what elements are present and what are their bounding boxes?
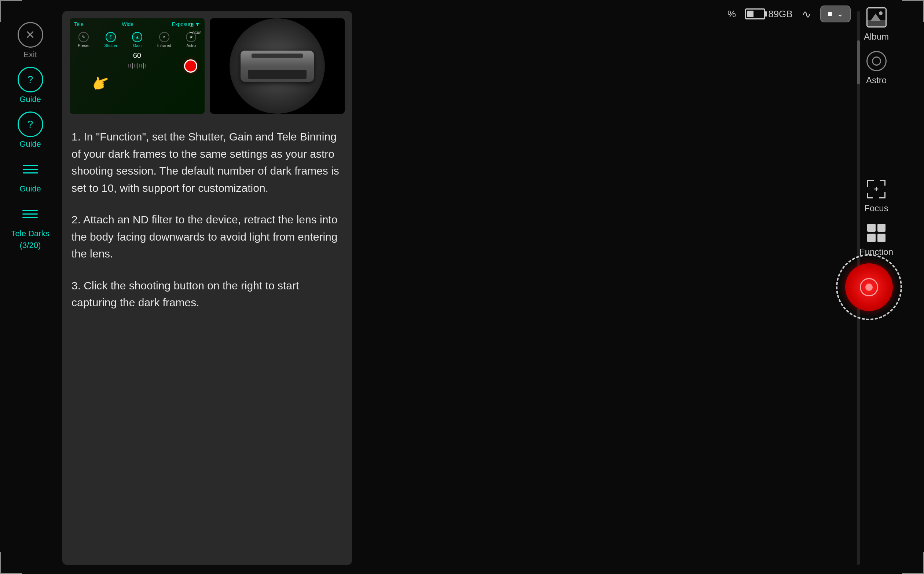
function-cell xyxy=(877,233,886,242)
exit-label: Exit xyxy=(24,50,37,60)
guide-label-3: Guide xyxy=(19,184,41,194)
focus-plus-icon xyxy=(874,186,879,192)
device-photo-mockup xyxy=(210,18,345,114)
scale-tick-major xyxy=(137,63,138,69)
corner-bracket-tr xyxy=(902,0,924,22)
device-photo-screenshot xyxy=(210,18,345,114)
astro-icon xyxy=(866,51,886,71)
shutter-item: ⏱ Shutter xyxy=(104,32,117,48)
list-icon-2 xyxy=(17,201,43,227)
guide-icon-1: ? xyxy=(17,67,43,92)
scale-tick xyxy=(130,64,131,68)
astro-button[interactable]: Astro xyxy=(863,47,890,87)
focus-mini-label: Focus xyxy=(190,30,201,35)
gain-label: Gain xyxy=(133,43,142,48)
astro-label: Astro xyxy=(186,43,196,48)
hand-pointer-icon: 👉 xyxy=(89,72,112,94)
instruction-step-3: 3. Click the shooting button on the righ… xyxy=(71,277,343,311)
list-line xyxy=(23,172,38,173)
wide-label: Wide xyxy=(122,21,134,27)
scale-tick-major xyxy=(132,63,133,69)
focus-label: Focus xyxy=(864,203,888,213)
guide-label-1: Guide xyxy=(19,95,41,104)
cam-ui-top: Tele Wide Exposure ▼ xyxy=(70,18,205,30)
album-label: Album xyxy=(864,32,889,42)
guide-button-1[interactable]: ? Guide xyxy=(17,67,43,104)
right-panel-icons: ◫ Focus xyxy=(190,22,201,35)
preset-item: ✎ Preset xyxy=(78,32,90,48)
exposure-value: 60 xyxy=(70,49,205,62)
function-label: Function xyxy=(859,247,893,257)
list-line xyxy=(22,210,38,211)
function-cell xyxy=(877,224,886,232)
function-cell xyxy=(867,233,875,242)
cam-ui-icons: ✎ Preset ⏱ Shutter ▲ Gain ☀ Infrared xyxy=(70,30,205,49)
tele-darks-sub: (3/20) xyxy=(20,241,41,250)
tele-darks-label: Tele Darks xyxy=(11,229,49,238)
focus-button[interactable]: Focus xyxy=(863,175,890,215)
scale-tick xyxy=(128,64,129,68)
exit-icon: ✕ xyxy=(17,22,43,48)
gain-item: ▲ Gain xyxy=(132,32,142,48)
battery-container: 89GB xyxy=(745,8,793,20)
focus-icon-box xyxy=(864,177,888,201)
device-body xyxy=(241,50,314,82)
preset-label: Preset xyxy=(78,43,90,48)
battery-percent: % xyxy=(727,8,736,20)
list-icon-1 xyxy=(17,156,43,182)
tele-darks-button[interactable]: Tele Darks (3/20) xyxy=(11,201,49,250)
shutter-icon: ⏱ xyxy=(105,32,116,42)
left-sidebar: ✕ Exit ? Guide ? Guide Guide Tele Darks … xyxy=(0,0,60,574)
scale-tick-major xyxy=(143,63,144,69)
tele-label: Tele xyxy=(74,21,83,27)
main-panel: Tele Wide Exposure ▼ ✎ Preset ⏱ Shutter … xyxy=(62,11,352,565)
guide-button-2[interactable]: ? Guide xyxy=(17,112,43,149)
guide-button-3[interactable]: Guide xyxy=(17,156,43,194)
function-icon-box xyxy=(864,221,888,244)
device-icon: ■ xyxy=(828,9,832,19)
list-line xyxy=(23,169,38,170)
function-icon xyxy=(867,224,886,242)
focus-bracket-tr xyxy=(880,180,886,186)
red-shutter-button xyxy=(184,60,197,73)
screenshots-row: Tele Wide Exposure ▼ ✎ Preset ⏱ Shutter … xyxy=(70,18,345,114)
device-oval xyxy=(230,18,325,114)
scale-tick xyxy=(139,64,140,68)
album-mini-icon: ◫ xyxy=(190,22,201,27)
scale-tick xyxy=(134,64,135,68)
corner-bracket-tl xyxy=(0,0,22,22)
list-line xyxy=(22,217,38,218)
astro-icon-box xyxy=(864,49,888,73)
scale-tick xyxy=(145,64,146,68)
infrared-icon: ☀ xyxy=(159,32,169,42)
astro-inner-ring xyxy=(872,57,881,66)
scale-tick xyxy=(141,64,142,68)
instruction-step-2: 2. Attach an ND filter to the device, re… xyxy=(71,211,343,263)
album-button[interactable]: Album xyxy=(862,4,891,44)
list-line xyxy=(23,165,38,166)
focus-bracket-bl xyxy=(867,193,873,199)
battery-fill xyxy=(747,11,754,17)
function-button[interactable]: Function xyxy=(858,219,895,259)
album-icon xyxy=(866,7,886,27)
storage-label: 89GB xyxy=(768,8,793,20)
corner-bracket-br xyxy=(902,552,924,574)
right-sidebar: Album Astro Focus xyxy=(832,0,920,574)
list-line xyxy=(22,213,38,214)
camera-ui-screenshot: Tele Wide Exposure ▼ ✎ Preset ⏱ Shutter … xyxy=(70,18,205,114)
preset-icon: ✎ xyxy=(79,32,89,42)
instruction-step-1: 1. In "Function", set the Shutter, Gain … xyxy=(71,128,343,197)
gain-icon: ▲ xyxy=(132,32,142,42)
focus-bracket xyxy=(867,180,886,199)
exit-button[interactable]: ✕ Exit xyxy=(17,22,43,60)
function-cell xyxy=(867,224,875,232)
shutter-label: Shutter xyxy=(104,43,117,48)
instructions-section: 1. In "Function", set the Shutter, Gain … xyxy=(70,125,345,330)
album-icon-box xyxy=(864,5,888,29)
wifi-icon: ∿ xyxy=(802,8,811,20)
infrared-item: ☀ Infrared xyxy=(157,32,171,48)
astro-label: Astro xyxy=(866,75,886,85)
scale-tick xyxy=(136,64,136,68)
battery-icon xyxy=(745,8,765,19)
guide-icon-2: ? xyxy=(17,112,43,137)
